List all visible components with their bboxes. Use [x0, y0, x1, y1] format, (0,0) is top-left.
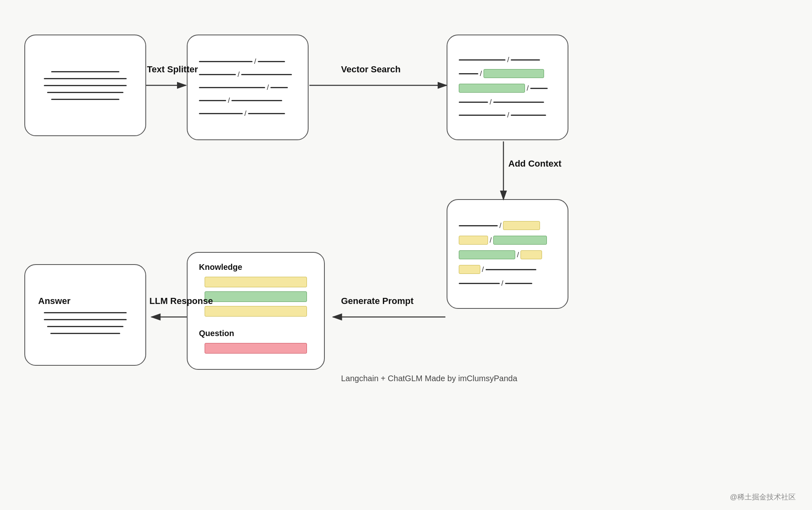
knowledge-question-box: Knowledge Question: [187, 252, 325, 370]
diagram-container: / / / / / /: [0, 0, 812, 510]
doc-line-3: [44, 85, 127, 86]
seg-line-5: /: [199, 110, 296, 117]
watermark-text: @稀土掘金技术社区: [730, 492, 796, 502]
ans-line-2: [44, 319, 127, 320]
ctx-line-5: /: [459, 280, 556, 287]
vector-search-label: Vector Search: [341, 64, 401, 75]
text-splitter-arrow: [146, 75, 189, 95]
generate-prompt-arrow: [330, 307, 448, 327]
add-context-label: Add Context: [508, 158, 561, 169]
ctx-line-4: /: [459, 265, 556, 274]
question-bar: [205, 343, 307, 354]
add-context-result-box: / / / / /: [447, 199, 568, 309]
generate-prompt-label: Generate Prompt: [341, 296, 414, 306]
vs-seg-line-2: /: [459, 69, 556, 78]
knowledge-bar-2: [205, 291, 307, 302]
knowledge-bar-1: [205, 277, 307, 287]
answer-label: Answer: [37, 296, 70, 306]
doc-line-1: [51, 71, 119, 72]
ans-line-1: [44, 312, 127, 313]
ctx-line-1: /: [459, 221, 556, 230]
vector-search-arrow: [309, 75, 449, 95]
text-splitter-result-box: / / / / /: [187, 35, 309, 140]
add-context-arrow: [493, 141, 514, 202]
text-splitter-label: Text Splitter: [147, 64, 198, 75]
seg-line-4: /: [199, 97, 296, 104]
vs-seg-line-1: /: [459, 56, 556, 63]
knowledge-bar-3: [205, 306, 307, 317]
question-label: Question: [199, 329, 234, 338]
credit-text: Langchain + ChatGLM Made by imClumsyPand…: [341, 374, 517, 383]
vs-seg-line-3: /: [459, 84, 556, 93]
ctx-line-2: /: [459, 236, 556, 245]
doc-line-4: [47, 92, 123, 93]
document-box: [24, 35, 146, 136]
answer-box: Answer: [24, 264, 146, 366]
vs-seg-line-4: /: [459, 98, 556, 106]
seg-line-1: /: [199, 58, 296, 65]
doc-line-5: [51, 99, 119, 100]
llm-response-label: LLM Response: [149, 296, 213, 306]
doc-line-2: [44, 78, 127, 79]
ans-line-3: [47, 326, 123, 327]
seg-line-3: /: [199, 84, 296, 91]
vs-seg-line-5: /: [459, 111, 556, 119]
ctx-line-3: /: [459, 250, 556, 259]
ans-line-4: [50, 333, 121, 334]
vector-search-result-box: / / / / /: [447, 35, 568, 140]
seg-line-2: /: [199, 71, 296, 78]
knowledge-label: Knowledge: [199, 263, 242, 272]
llm-response-arrow: [148, 307, 189, 327]
